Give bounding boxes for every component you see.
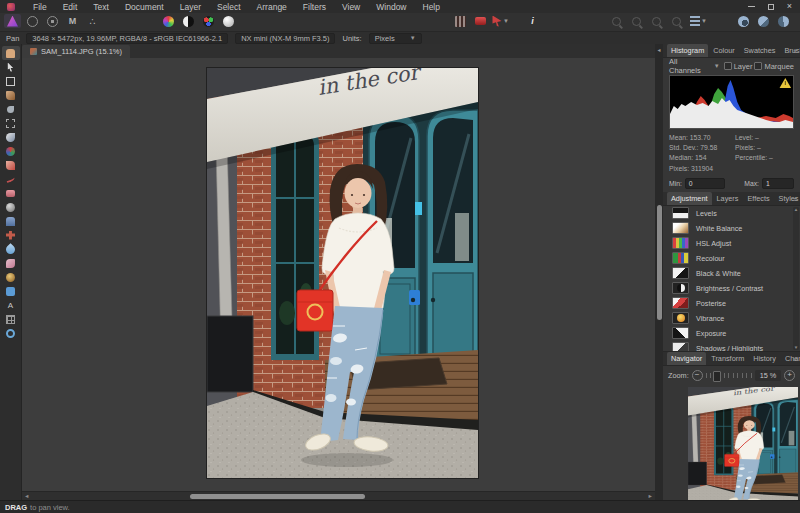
vertical-scrollbar[interactable] xyxy=(657,205,662,320)
navigator-tab-transform[interactable]: Transform xyxy=(707,352,748,365)
adjustment-item-shadows-highlights[interactable]: Shadows / Highlights xyxy=(663,341,800,352)
panel-divider[interactable]: ◄ xyxy=(655,44,663,500)
menu-text[interactable]: Text xyxy=(85,2,117,12)
canvas[interactable]: in the cor xyxy=(22,58,655,491)
restore-icon[interactable] xyxy=(768,4,774,10)
menu-filters[interactable]: Filters xyxy=(295,2,334,12)
snapping-button[interactable] xyxy=(735,14,752,28)
adjustment-item-posterise[interactable]: Posterise xyxy=(663,296,800,311)
photo-persona-button[interactable] xyxy=(4,14,21,28)
navigator-tab-navigator[interactable]: Navigator xyxy=(667,352,706,365)
units-dropdown[interactable]: Pixels ▼ xyxy=(369,33,422,44)
panel-menu-icon[interactable]: ≡ xyxy=(793,196,797,203)
adjustment-item-vibrance[interactable]: Vibrance xyxy=(663,311,800,326)
selection-brush-tool[interactable] xyxy=(2,88,20,102)
histogram-tab-colour[interactable]: Colour xyxy=(709,44,739,57)
adjustment-tab-effects[interactable]: Effects xyxy=(743,192,773,205)
adjustment-item-recolour[interactable]: Recolour xyxy=(663,251,800,266)
move-tool[interactable] xyxy=(2,60,20,74)
scroll-right-icon[interactable]: ► xyxy=(648,493,653,500)
collapse-panel-icon[interactable]: ◄ xyxy=(655,47,663,53)
menu-edit[interactable]: Edit xyxy=(55,2,86,12)
columns-button[interactable] xyxy=(452,14,469,28)
panel-menu-icon[interactable]: ≡ xyxy=(793,356,797,363)
scroll-left-icon[interactable]: ◄ xyxy=(24,493,29,500)
blur-brush-tool[interactable] xyxy=(2,242,20,256)
dodge-brush-tool[interactable] xyxy=(2,200,20,214)
adjustment-item-brightness-contrast[interactable]: Brightness / Contrast xyxy=(663,281,800,296)
histogram-tab-brushes[interactable]: Brushes xyxy=(780,44,800,57)
adjustment-item-hsl-adjust[interactable]: HSL Adjust xyxy=(663,236,800,251)
text-tool[interactable]: A xyxy=(2,298,20,312)
zoom-fit-button[interactable] xyxy=(628,14,645,28)
zoom-slider[interactable] xyxy=(706,373,752,378)
zoom-slider-handle[interactable] xyxy=(713,371,721,382)
scroll-up-icon[interactable]: ▲ xyxy=(794,207,798,212)
menu-document[interactable]: Document xyxy=(117,2,172,12)
minimize-icon[interactable] xyxy=(748,6,755,7)
zoom-in-button[interactable]: + xyxy=(784,370,795,381)
arrange-button[interactable]: ▼ xyxy=(690,14,707,28)
erase-brush-tool[interactable] xyxy=(2,186,20,200)
adjustment-item-levels[interactable]: Levels xyxy=(663,206,800,221)
marquee-select-tool[interactable] xyxy=(2,116,20,130)
flood-select-tool[interactable] xyxy=(2,102,20,116)
document-tab[interactable]: SAM_1114.JPG (15.1%) xyxy=(22,45,130,58)
rotate-button[interactable] xyxy=(472,14,489,28)
navigator-tab-channels[interactable]: Channels xyxy=(781,352,800,365)
liquify-persona-button[interactable] xyxy=(24,14,41,28)
navigator-thumbnail[interactable]: in the cor xyxy=(688,387,798,511)
channels-dropdown[interactable]: All Channels xyxy=(669,57,706,75)
adjustment-tab-adjustment[interactable]: Adjustment xyxy=(667,192,712,205)
settings-button[interactable] xyxy=(775,14,792,28)
menu-arrange[interactable]: Arrange xyxy=(249,2,295,12)
zoom-tool[interactable] xyxy=(2,326,20,340)
assistant-button[interactable] xyxy=(755,14,772,28)
adjustment-item-white-balance[interactable]: White Balance xyxy=(663,221,800,236)
view-tool[interactable] xyxy=(2,46,20,60)
auto-contrast-button[interactable] xyxy=(180,14,197,28)
healing-brush-tool[interactable] xyxy=(2,228,20,242)
auto-levels-button[interactable] xyxy=(220,14,237,28)
smudge-brush-tool[interactable] xyxy=(2,256,20,270)
menu-help[interactable]: Help xyxy=(415,2,448,12)
menu-file[interactable]: File xyxy=(25,2,55,12)
info-button[interactable]: i xyxy=(524,14,541,28)
paint-brush-tool[interactable] xyxy=(2,158,20,172)
close-icon[interactable]: × xyxy=(787,2,792,11)
menu-select[interactable]: Select xyxy=(209,2,249,12)
zoom-out-button[interactable] xyxy=(668,14,685,28)
panel-menu-icon[interactable]: ≡ xyxy=(793,48,797,55)
navigator-tab-history[interactable]: History xyxy=(749,352,780,365)
red-eye-removal-tool[interactable] xyxy=(2,144,20,158)
histogram-tab-histogram[interactable]: Histogram xyxy=(667,44,708,57)
histogram-tab-swatches[interactable]: Swatches xyxy=(740,44,780,57)
menu-layer[interactable]: Layer xyxy=(172,2,209,12)
marquee-checkbox[interactable]: Marquee xyxy=(754,62,794,71)
adjustment-item-exposure[interactable]: Exposure xyxy=(663,326,800,341)
zoom-out-button[interactable]: − xyxy=(692,370,703,381)
colour-picker-tool[interactable] xyxy=(2,130,20,144)
vector-brush-tool[interactable] xyxy=(2,172,20,186)
auto-colours-button[interactable] xyxy=(160,14,177,28)
tone-mapping-persona-button[interactable]: M xyxy=(64,14,81,28)
adjustment-scrollbar[interactable]: ▲▼ xyxy=(793,207,799,350)
scroll-down-icon[interactable]: ▼ xyxy=(794,345,798,350)
menu-window[interactable]: Window xyxy=(368,2,414,12)
zoom-actual-button[interactable] xyxy=(608,14,625,28)
burn-brush-tool[interactable] xyxy=(2,270,20,284)
mesh-warp-tool[interactable] xyxy=(2,312,20,326)
clone-stamp-tool[interactable] xyxy=(2,214,20,228)
shape-tool[interactable] xyxy=(2,284,20,298)
adjustment-item-black-white[interactable]: Black & White xyxy=(663,266,800,281)
layer-checkbox[interactable]: Layer xyxy=(724,62,753,71)
develop-persona-button[interactable] xyxy=(44,14,61,28)
adjustment-tab-layers[interactable]: Layers xyxy=(713,192,743,205)
menu-view[interactable]: View xyxy=(334,2,368,12)
zoom-in-button[interactable] xyxy=(648,14,665,28)
max-input[interactable]: 1 xyxy=(762,178,794,189)
min-input[interactable]: 0 xyxy=(685,178,725,189)
horizontal-scrollbar[interactable] xyxy=(190,494,365,499)
auto-white-balance-button[interactable] xyxy=(200,14,217,28)
crop-tool[interactable] xyxy=(2,74,20,88)
